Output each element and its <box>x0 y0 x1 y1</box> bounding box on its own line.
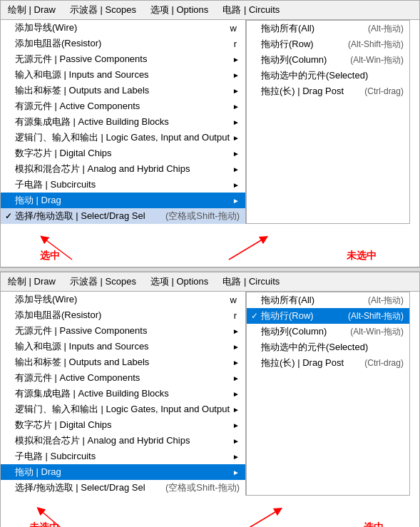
menu-item-subcircuits-label-1: 子电路 | Subcircuits <box>15 178 230 191</box>
menu-right-drag-selected-2[interactable]: 拖动选中的元件(Selected) <box>247 339 409 355</box>
svg-line-1 <box>229 238 265 260</box>
menu-right-drag-row-1[interactable]: 拖动行(Row) (Alt-Shift-拖动) <box>247 36 409 52</box>
menu-right-drag-col-1[interactable]: 拖动列(Column) (Alt-Win-拖动) <box>247 52 409 68</box>
panel-1: 绘制 | Draw 示波器 | Scopes 选项 | Options 电路 |… <box>0 0 420 267</box>
menubar-1: 绘制 | Draw 示波器 | Scopes 选项 | Options 电路 |… <box>1 1 419 20</box>
arrow-outputs-2: ► <box>232 359 240 367</box>
menubar-2: 绘制 | Draw 示波器 | Scopes 选项 | Options 电路 |… <box>1 272 419 292</box>
menu-item-active-2[interactable]: 有源元件 | Active Components ► <box>1 370 245 386</box>
menu-item-select-1[interactable]: ✓ 选择/拖动选取 | Select/Drag Sel (空格或Shift-拖动… <box>1 208 245 224</box>
arrow-inputs-2: ► <box>232 343 240 351</box>
arrow-active-1: ► <box>232 103 240 111</box>
menu-right-drag-selected-1[interactable]: 拖动选中的元件(Selected) <box>247 68 409 83</box>
menu-item-wire-label-1: 添加导线(Wire) <box>15 21 223 34</box>
menu-item-drag-2[interactable]: 拖动 | Drag ► <box>1 464 245 480</box>
menu-item-subcircuits-label-2: 子电路 | Subcircuits <box>15 450 230 463</box>
menu-item-select-2[interactable]: 选择/拖动选取 | Select/Drag Sel (空格或Shift-拖动) <box>1 480 245 496</box>
arrow-logic-1: ► <box>232 134 240 142</box>
menu-item-subcircuits-2[interactable]: 子电路 | Subcircuits ► <box>1 449 245 464</box>
menu-draw-1[interactable]: 绘制 | Draw <box>1 2 63 18</box>
arrow-building-1: ► <box>232 118 240 126</box>
menu-item-inputs-1[interactable]: 输入和电源 | Inputs and Sources ► <box>1 67 245 83</box>
arrow-drag-2: ► <box>232 469 240 476</box>
menu-right-drag-col-2[interactable]: 拖动列(Column) (Alt-Win-拖动) <box>247 324 409 339</box>
menu-draw-2[interactable]: 绘制 | Draw <box>1 274 63 290</box>
menu-item-resistor-shortcut-1: r <box>234 39 237 49</box>
annotation-unselected-2: 未选中 <box>29 521 59 527</box>
menu-item-drag-label-1: 拖动 | Drag <box>15 194 230 207</box>
menu-scopes-2[interactable]: 示波器 | Scopes <box>63 274 143 290</box>
menu-item-wire-1[interactable]: 添加导线(Wire) w <box>1 20 245 36</box>
menu-item-wire-shortcut-2: w <box>230 295 237 305</box>
drag-row-label-2: 拖动行(Row) <box>261 309 314 322</box>
menu-item-analog-2[interactable]: 模拟和混合芯片 | Analog and Hybrid Chips ► <box>1 433 245 449</box>
menu-item-active-label-2: 有源元件 | Active Components <box>15 372 230 384</box>
menu-left-1: 添加导线(Wire) w 添加电阻器(Resistor) r 无源元件 | Pa… <box>1 20 246 224</box>
menu-item-logic-1[interactable]: 逻辑门、输入和输出 | Logic Gates, Input and Outpu… <box>1 130 245 145</box>
panel-2: 绘制 | Draw 示波器 | Scopes 选项 | Options 电路 |… <box>0 272 420 527</box>
annotation-selected-2: 选中 <box>364 521 384 527</box>
menu-item-resistor-1[interactable]: 添加电阻器(Resistor) r <box>1 36 245 51</box>
menu-item-digital-2[interactable]: 数字芯片 | Digital Chips ► <box>1 417 245 433</box>
menu-right-drag-all-2[interactable]: 拖动所有(All) (Alt-拖动) <box>247 292 409 308</box>
drag-post-shortcut-2: (Ctrl-drag) <box>364 358 404 368</box>
arrow-drag-1: ► <box>232 197 240 205</box>
drag-post-label-1: 拖拉(长) | Drag Post <box>261 85 344 98</box>
arrow-passive-2: ► <box>232 327 240 335</box>
menu-right-drag-post-1[interactable]: 拖拉(长) | Drag Post (Ctrl-drag) <box>247 83 409 99</box>
arrow-subcircuits-2: ► <box>232 453 240 461</box>
menu-item-passive-label-2: 无源元件 | Passive Components <box>15 324 230 337</box>
menu-item-drag-1[interactable]: 拖动 | Drag ► <box>1 193 245 208</box>
arrow-logic-2: ► <box>232 406 240 414</box>
menu-item-digital-1[interactable]: 数字芯片 | Digital Chips ► <box>1 145 245 161</box>
menu-item-building-2[interactable]: 有源集成电路 | Active Building Blocks ► <box>1 386 245 401</box>
menu-item-drag-label-2: 拖动 | Drag <box>15 466 230 479</box>
drag-post-shortcut-1: (Ctrl-drag) <box>364 86 404 96</box>
menu-item-passive-2[interactable]: 无源元件 | Passive Components ► <box>1 323 245 339</box>
menu-item-logic-2[interactable]: 逻辑门、输入和输出 | Logic Gates, Input and Outpu… <box>1 401 245 417</box>
menu-item-resistor-label-2: 添加电阻器(Resistor) <box>15 309 227 322</box>
drag-row-label-1: 拖动行(Row) <box>261 38 314 51</box>
drag-col-label-1: 拖动列(Column) <box>261 53 327 66</box>
drag-post-label-2: 拖拉(长) | Drag Post <box>261 357 344 369</box>
menu-circuits-1[interactable]: 电路 | Circuits <box>215 2 287 18</box>
drag-all-label-2: 拖动所有(All) <box>261 294 314 307</box>
drag-row-shortcut-2: (Alt-Shift-拖动) <box>348 310 404 322</box>
menu-item-outputs-1[interactable]: 输出和标签 | Outputs and Labels ► <box>1 83 245 98</box>
menu-options-1[interactable]: 选项 | Options <box>143 2 215 18</box>
menu-item-building-1[interactable]: 有源集成电路 | Active Building Blocks ► <box>1 114 245 130</box>
menu-item-resistor-2[interactable]: 添加电阻器(Resistor) r <box>1 307 245 323</box>
menu-item-wire-2[interactable]: 添加导线(Wire) w <box>1 292 245 307</box>
menu-item-logic-label-2: 逻辑门、输入和输出 | Logic Gates, Input and Outpu… <box>15 403 230 416</box>
menu-options-2[interactable]: 选项 | Options <box>143 274 215 290</box>
check-mark-row-2: ✓ <box>251 311 258 321</box>
menu-item-select-shortcut-1: (空格或Shift-拖动) <box>165 210 240 222</box>
menu-circuits-2[interactable]: 电路 | Circuits <box>215 274 287 290</box>
drag-col-shortcut-2: (Alt-Win-拖动) <box>350 326 404 338</box>
arrow-active-2: ► <box>232 374 240 382</box>
annotation-selected-1: 选中 <box>40 250 60 262</box>
menu-right-drag-post-2[interactable]: 拖拉(长) | Drag Post (Ctrl-drag) <box>247 355 409 371</box>
menu-item-active-1[interactable]: 有源元件 | Active Components ► <box>1 98 245 114</box>
arrow-analog-2: ► <box>232 437 240 445</box>
menu-item-outputs-2[interactable]: 输出和标签 | Outputs and Labels ► <box>1 354 245 370</box>
menu-item-analog-1[interactable]: 模拟和混合芯片 | Analog and Hybrid Chips ► <box>1 161 245 177</box>
menu-right-drag-all-1[interactable]: 拖动所有(All) (Alt-拖动) <box>247 21 409 36</box>
menu-item-inputs-2[interactable]: 输入和电源 | Inputs and Sources ► <box>1 339 245 354</box>
menu-right-drag-row-2[interactable]: ✓ 拖动行(Row) (Alt-Shift-拖动) <box>247 308 409 324</box>
menu-item-outputs-label-2: 输出和标签 | Outputs and Labels <box>15 356 230 369</box>
menu-content-2: 添加导线(Wire) w 添加电阻器(Resistor) r 无源元件 | Pa… <box>1 292 419 496</box>
arrow-analog-1: ► <box>232 165 240 173</box>
drag-all-label-1: 拖动所有(All) <box>261 22 314 35</box>
menu-item-digital-label-2: 数字芯片 | Digital Chips <box>15 419 230 431</box>
annotation-arrows-2 <box>1 496 420 527</box>
menu-item-digital-label-1: 数字芯片 | Digital Chips <box>15 147 230 160</box>
drag-selected-label-1: 拖动选中的元件(Selected) <box>261 69 368 82</box>
drag-col-label-2: 拖动列(Column) <box>261 325 327 338</box>
annotation-area-2: 未选中 选中 <box>1 496 419 527</box>
menu-item-passive-1[interactable]: 无源元件 | Passive Components ► <box>1 51 245 67</box>
menu-scopes-1[interactable]: 示波器 | Scopes <box>63 2 143 18</box>
arrow-digital-1: ► <box>232 150 240 158</box>
drag-col-shortcut-1: (Alt-Win-拖动) <box>350 54 404 66</box>
menu-item-subcircuits-1[interactable]: 子电路 | Subcircuits ► <box>1 177 245 193</box>
